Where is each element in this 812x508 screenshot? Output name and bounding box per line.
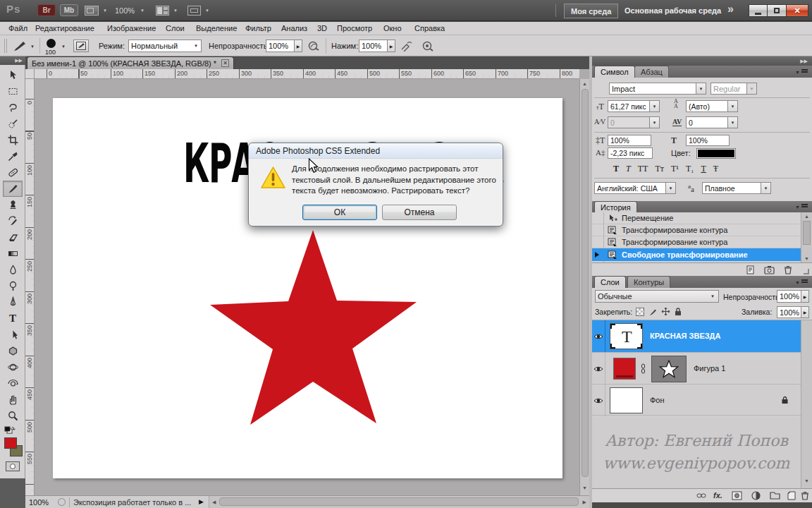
lock-paint-icon[interactable] (648, 307, 658, 317)
type-tool[interactable]: T (3, 310, 23, 327)
history-item-selected[interactable]: Свободное трансформирование (592, 248, 801, 261)
menu-analysis[interactable]: Анализ (281, 24, 307, 32)
hscroll-right-arrow[interactable]: ▶ (583, 500, 586, 505)
layer-name[interactable]: Фигура 1 (694, 364, 725, 373)
toggle-brush-panel-button[interactable] (73, 40, 89, 52)
visibility-cell[interactable] (592, 353, 605, 385)
ruler-corner[interactable] (25, 69, 35, 79)
workspace-chevrons-icon[interactable]: » (727, 3, 734, 16)
quick-selection-tool[interactable] (3, 116, 23, 132)
tablet-opacity-icon[interactable] (307, 40, 320, 52)
history-panel-menu-icon[interactable]: ▼ (795, 204, 808, 210)
pen-tool[interactable] (3, 294, 23, 310)
vertical-scrollbar[interactable]: ▲ ▼ (579, 79, 589, 495)
link-layers-icon[interactable] (696, 492, 706, 499)
menu-edit[interactable]: Редактирование (35, 24, 94, 32)
language-dropdown[interactable]: Английский: США▼ (594, 182, 676, 194)
document-tab-close-icon[interactable]: ✕ (221, 59, 229, 67)
zoom-level[interactable]: 100% (115, 6, 135, 15)
font-size-field[interactable]: 61,27 пикс▼ (608, 100, 660, 112)
all-caps-button[interactable]: TT (638, 164, 648, 174)
layers-opacity-arrow[interactable]: ▶ (801, 291, 808, 302)
zoom-dropdown-arrow[interactable]: ▼ (140, 8, 144, 13)
default-colors-icon[interactable] (4, 426, 16, 436)
menu-window[interactable]: Окно (383, 24, 402, 32)
marquee-tool[interactable] (3, 83, 23, 99)
path-selection-tool[interactable] (3, 327, 23, 343)
baseline-shift-field[interactable]: -2,23 пикс (608, 147, 653, 159)
shape-fill-thumbnail[interactable] (613, 358, 636, 380)
history-resize-grip[interactable] (804, 269, 809, 274)
brush-tool-preset-icon[interactable] (12, 40, 27, 52)
kerning-field[interactable]: 0▼ (608, 116, 660, 128)
menu-select[interactable]: Выделение (196, 24, 237, 32)
vertical-ruler[interactable]: 0 50 100 150 200 250 300 350 400 450 500… (25, 79, 35, 495)
3d-orbit-tool[interactable] (3, 375, 23, 392)
tool-preset-arrow[interactable]: ▼ (30, 44, 35, 49)
layers-panel-menu-icon[interactable]: ▼ (795, 279, 808, 285)
menu-image[interactable]: Изображение (107, 24, 156, 32)
tab-history[interactable]: История (594, 201, 637, 212)
faux-italic-button[interactable]: T (626, 164, 631, 174)
tab-layers[interactable]: Слои (594, 276, 626, 288)
menu-file[interactable]: Файл (8, 24, 27, 32)
bridge-br-button[interactable]: Br (37, 4, 56, 16)
lock-transparent-icon[interactable] (636, 308, 644, 316)
fill-field[interactable]: 100%▶ (777, 306, 809, 318)
menu-filter[interactable]: Фильтр (245, 24, 271, 32)
brush-preset-arrow[interactable]: ▼ (61, 44, 66, 49)
cancel-button[interactable]: Отмена (382, 205, 457, 220)
3d-rotate-tool[interactable] (3, 359, 23, 375)
history-item[interactable]: Перемещение (592, 212, 801, 224)
dialog-title-bar[interactable]: Adobe Photoshop CS5 Extended (249, 143, 503, 159)
fill-arrow[interactable]: ▶ (801, 307, 808, 318)
opacity-field[interactable]: 100%▶ (266, 40, 302, 52)
shape-tool[interactable] (3, 343, 23, 359)
underline-button[interactable]: T (701, 164, 706, 174)
layers-opacity-field[interactable]: 100%▶ (777, 290, 809, 303)
eraser-tool[interactable] (3, 229, 23, 246)
minibridge-mb-button[interactable]: Mb (60, 4, 78, 16)
background-layer-thumbnail[interactable] (610, 387, 643, 413)
layer-style-fx-icon[interactable]: fx. (713, 491, 722, 500)
eyedropper-tool[interactable] (3, 148, 23, 164)
tools-panel-header[interactable]: ▶▶ (0, 56, 25, 65)
history-scroll-up[interactable]: ▲ (804, 214, 809, 219)
status-zoom[interactable]: 100% (29, 498, 49, 507)
close-button[interactable]: ✕ (787, 4, 808, 17)
history-scroll-down[interactable]: ▼ (804, 256, 809, 261)
layer-row[interactable]: Фон (592, 384, 801, 416)
tab-paragraph[interactable]: Абзац (634, 66, 669, 78)
ok-button[interactable]: ОК (302, 205, 377, 220)
visibility-cell[interactable] (592, 320, 605, 352)
layer-name[interactable]: КРАСНАЯ ЗВЕЗДА (650, 332, 720, 340)
layers-scrollbar[interactable]: ▼ (801, 320, 812, 488)
faux-bold-button[interactable]: T (613, 164, 619, 174)
layer-row-selected[interactable]: T КРАСНАЯ ЗВЕЗДА (592, 320, 801, 352)
maximize-button[interactable] (768, 4, 787, 17)
minimize-button[interactable] (749, 4, 768, 17)
font-family-dropdown[interactable]: Impact▼ (609, 83, 706, 95)
move-tool[interactable] (3, 67, 23, 83)
crop-tool[interactable] (3, 132, 23, 148)
menu-3d[interactable]: 3D (317, 24, 327, 32)
gradient-tool[interactable] (3, 246, 23, 262)
brush-preset-dot-icon[interactable] (47, 39, 56, 48)
new-group-icon[interactable] (770, 492, 780, 500)
hscroll-thumb[interactable] (219, 497, 579, 506)
superscript-button[interactable]: T¹ (671, 164, 679, 174)
menu-view[interactable]: Просмотр (337, 24, 372, 32)
horizontal-scale-field[interactable]: 100% (686, 135, 730, 146)
subscript-button[interactable]: T₁ (686, 164, 694, 174)
blur-tool[interactable] (3, 262, 23, 278)
layer-row[interactable]: Фигура 1 (592, 352, 801, 384)
vertical-scale-field[interactable]: 100% (608, 135, 651, 146)
leading-field[interactable]: (Авто)▼ (686, 100, 738, 112)
horizontal-ruler[interactable]: 0 50 100 150 200 250 300 350 400 450 500… (35, 69, 579, 79)
options-grip[interactable] (4, 39, 7, 53)
screen-mode-icon[interactable] (187, 6, 201, 16)
arrange-documents-icon[interactable] (156, 6, 169, 16)
text-layer-thumbnail[interactable]: T (610, 323, 643, 349)
collapse-panels-icon[interactable]: ▶▶ (800, 59, 808, 64)
menu-help[interactable]: Справка (414, 24, 445, 32)
